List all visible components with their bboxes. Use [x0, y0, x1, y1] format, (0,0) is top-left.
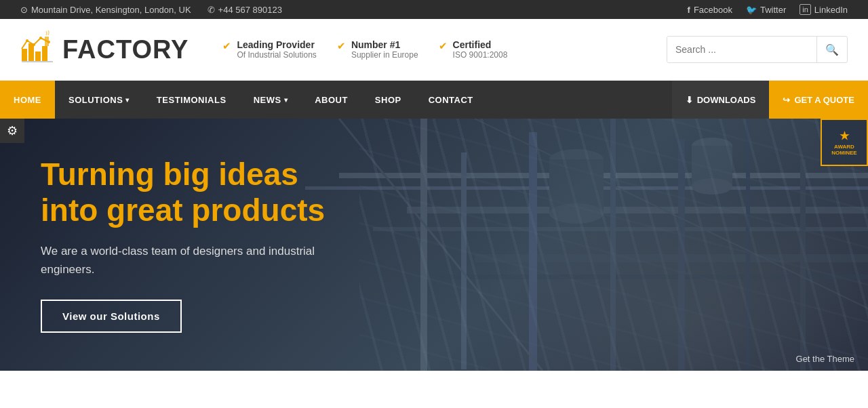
badge-certified-sub: ISO 9001:2008 [453, 50, 508, 60]
svg-point-4 [26, 39, 28, 42]
svg-rect-16 [420, 119, 427, 371]
hero-section: Turning big ideas into great products We… [0, 119, 868, 371]
nav-testimonials-label: TESTIMONIALS [157, 95, 226, 105]
badge-certified: ✔ Certified ISO 9001:2008 [439, 39, 508, 60]
main-nav: ⚙ HOME SOLUTIONS ▾ TESTIMONIALS NEWS ▾ A… [0, 81, 868, 119]
settings-fab[interactable]: ⚙ [0, 119, 24, 143]
svg-rect-18 [529, 132, 537, 371]
hero-title-line2: into great products [41, 192, 325, 228]
badge-leading: ✔ Leading Provider Of Industrial Solutio… [222, 39, 316, 60]
address-text: Mountain Drive, Kensington, London, UK [31, 5, 191, 15]
badge-number-title: Number #1 [351, 39, 418, 50]
nav-quote-label: GET A QUOTE [794, 95, 854, 105]
nav-contact[interactable]: CONTACT [415, 81, 487, 119]
linkedin-icon: in [800, 4, 811, 15]
location-icon: ⊙ [20, 5, 28, 15]
nav-downloads[interactable]: ⬇ DOWNLOADS [672, 81, 770, 119]
linkedin-link[interactable]: in LinkedIn [800, 4, 848, 15]
header-badges: ✔ Leading Provider Of Industrial Solutio… [209, 39, 646, 60]
svg-rect-22 [800, 159, 806, 371]
award-line1: AWARD [834, 144, 854, 150]
site-header: FACTORY ✔ Leading Provider Of Industrial… [0, 19, 868, 81]
top-bar: ⊙ Mountain Drive, Kensington, London, UK… [0, 0, 868, 19]
award-line2: NOMINEE [831, 150, 856, 156]
check-icon-1: ✔ [222, 40, 231, 52]
nav-solutions-label: SOLUTIONS [68, 95, 123, 105]
svg-rect-1 [28, 43, 34, 62]
phone-icon: ✆ [208, 5, 215, 15]
svg-rect-3 [42, 46, 47, 62]
nav-about[interactable]: ABOUT [301, 81, 361, 119]
award-badge: ★ AWARD NOMINEE [821, 119, 868, 166]
nav-home-label: HOME [14, 95, 41, 105]
svg-rect-19 [610, 119, 616, 371]
top-bar-social: f Facebook 🐦 Twitter in LinkedIn [688, 4, 848, 15]
nav-testimonials[interactable]: TESTIMONIALS [143, 81, 240, 119]
facebook-icon: f [688, 5, 690, 15]
svg-rect-0 [22, 49, 27, 62]
nav-shop-label: SHOP [375, 95, 401, 105]
hero-cta-button[interactable]: View our Solutions [41, 300, 182, 333]
nav-about-label: ABOUT [315, 95, 348, 105]
svg-rect-17 [461, 152, 467, 369]
nav-right: ⬇ DOWNLOADS ↪ GET A QUOTE [672, 81, 868, 119]
award-star: ★ [840, 129, 849, 142]
twitter-label: Twitter [760, 5, 786, 15]
svg-rect-8 [22, 61, 53, 62]
svg-point-27 [549, 203, 604, 224]
badge-number-sub: Supplier in Europe [351, 50, 418, 60]
quote-icon: ↪ [783, 95, 790, 105]
svg-point-6 [39, 37, 42, 39]
download-icon: ⬇ [686, 95, 693, 105]
hero-title: Turning big ideas into great products [41, 157, 366, 228]
logo-icon [20, 30, 56, 69]
facebook-label: Facebook [694, 5, 732, 15]
svg-rect-2 [35, 52, 41, 62]
svg-rect-13 [373, 227, 868, 231]
svg-rect-12 [407, 207, 868, 213]
phone-link[interactable]: ✆ +44 567 890123 [208, 5, 282, 15]
svg-rect-20 [678, 139, 685, 371]
check-icon-3: ✔ [439, 40, 448, 52]
badge-certified-title: Certified [453, 39, 508, 50]
nav-downloads-label: DOWNLOADS [697, 95, 756, 105]
hero-title-line1: Turning big ideas [41, 157, 298, 192]
check-icon-2: ✔ [337, 40, 346, 52]
search-box[interactable]: 🔍 [667, 36, 848, 63]
address-link[interactable]: ⊙ Mountain Drive, Kensington, London, UK [20, 5, 191, 15]
hero-subtitle: We are a world-class team of designers a… [41, 242, 366, 279]
svg-rect-9 [45, 37, 49, 46]
badge-leading-title: Leading Provider [237, 39, 316, 50]
svg-rect-21 [746, 119, 750, 371]
top-bar-left: ⊙ Mountain Drive, Kensington, London, UK… [20, 5, 282, 15]
svg-point-30 [692, 178, 732, 195]
nav-solutions[interactable]: SOLUTIONS ▾ [55, 81, 143, 119]
search-button[interactable]: 🔍 [816, 37, 847, 62]
nav-news-label: NEWS [254, 95, 281, 105]
logo-text: FACTORY [62, 35, 189, 64]
nav-news[interactable]: NEWS ▾ [240, 81, 302, 119]
nav-home[interactable]: HOME [0, 81, 55, 119]
twitter-link[interactable]: 🐦 Twitter [746, 5, 786, 15]
logo-link[interactable]: FACTORY [20, 30, 189, 69]
hero-cta-label: View our Solutions [62, 310, 160, 322]
svg-point-5 [33, 43, 35, 46]
facebook-link[interactable]: f Facebook [688, 5, 732, 15]
nav-shop[interactable]: SHOP [361, 81, 415, 119]
twitter-icon: 🐦 [746, 5, 757, 15]
badge-number: ✔ Number #1 Supplier in Europe [337, 39, 418, 60]
nav-get-quote[interactable]: ↪ GET A QUOTE [769, 81, 868, 119]
chevron-down-icon: ▾ [125, 96, 130, 104]
get-theme-text: Get the Theme [796, 354, 854, 364]
hero-content: Turning big ideas into great products We… [0, 129, 407, 359]
linkedin-label: LinkedIn [814, 5, 848, 15]
phone-text: +44 567 890123 [218, 5, 282, 15]
nav-contact-label: CONTACT [429, 95, 473, 105]
chevron-down-icon-2: ▾ [284, 96, 288, 104]
search-input[interactable] [667, 37, 816, 62]
badge-leading-sub: Of Industrial Solutions [237, 50, 316, 60]
